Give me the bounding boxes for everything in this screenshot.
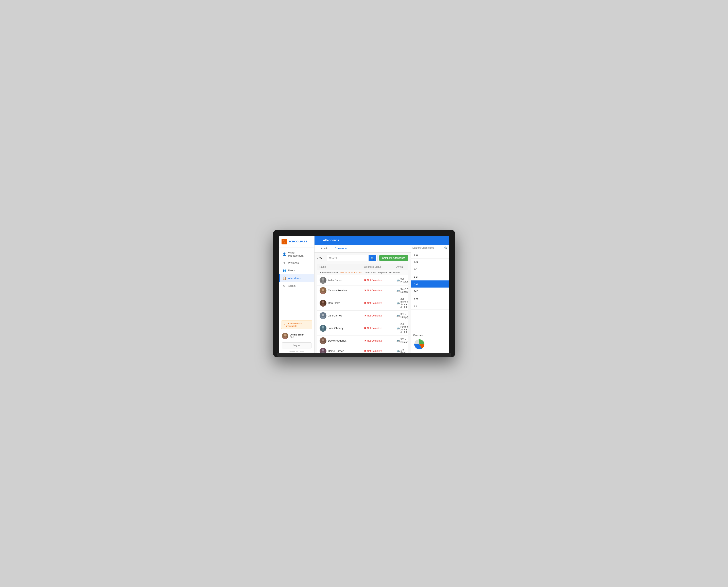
tab-classroom[interactable]: Classroom: [331, 245, 351, 252]
search-input[interactable]: [328, 255, 369, 261]
table-row: Jani Carney ✖ Not Complete 🚌 387 - Curry…: [317, 311, 408, 321]
col-name: Name: [320, 265, 364, 268]
complete-attendance-button[interactable]: Complete Attendance: [379, 255, 408, 261]
classroom-item-1d[interactable]: 1-D: [411, 259, 449, 266]
classroom-item-2b[interactable]: 2-B: [411, 273, 449, 280]
attendance-icon: 📋: [283, 276, 286, 280]
wellness-alert: ⚠ Your wellness is incomplete: [281, 321, 312, 329]
svg-point-6: [322, 301, 324, 304]
svg-point-2: [322, 278, 324, 281]
svg-point-8: [322, 314, 324, 316]
bus-icon: 🚌: [397, 302, 400, 305]
overview-title: Overview: [413, 334, 447, 337]
bus-icon: 🚌: [397, 279, 400, 282]
classroom-search-input[interactable]: [413, 246, 443, 249]
arrival-text: 235 - Blake(Late Arrival at 4:12 PM): [401, 298, 408, 309]
svg-point-12: [322, 339, 324, 341]
not-complete-icon: ✖: [364, 327, 366, 330]
user-info: Jenny Smith Staff: [290, 333, 311, 338]
svg-point-0: [284, 334, 287, 336]
svg-point-5: [321, 291, 325, 294]
wellness-cell: ✖ Not Complete: [364, 289, 397, 292]
student-name-cell: Jose Chaney: [320, 325, 364, 332]
admin-icon: ⚙: [283, 284, 286, 288]
not-complete-icon: ✖: [364, 279, 366, 282]
search-bar-row: 2-W 🔍 Complete Attendance: [317, 255, 408, 261]
content-area: Admin Classroom 2-W 🔍 Complete Attendanc…: [314, 245, 449, 353]
arrival-cell: 🚌 148 - Patel: [397, 348, 406, 353]
svg-point-7: [321, 304, 325, 307]
logo-text: SchoolPass: [288, 240, 308, 243]
center-panel: Admin Classroom 2-W 🔍 Complete Attendanc…: [314, 245, 410, 353]
arrival-text: 977/124 - Norton/Smith(Absent): [401, 288, 408, 294]
sidebar-item-users[interactable]: 👥 Users: [279, 267, 314, 274]
logout-button[interactable]: Logout: [282, 343, 311, 348]
user-role: Staff: [290, 336, 311, 338]
student-name-cell: Tamera Beasley: [320, 287, 364, 294]
table-row: Tamera Beasley ✖ Not Complete 🚌 977/124 …: [317, 285, 408, 296]
classroom-code: 2-W: [317, 256, 325, 260]
student-photo: [320, 337, 326, 344]
wellness-cell: ✖ Not Complete: [364, 349, 397, 352]
sidebar-label-attendance: Attendance: [288, 277, 302, 280]
classroom-item-2w[interactable]: 2-W: [411, 280, 449, 288]
student-photo: [320, 312, 326, 319]
search-button[interactable]: 🔍: [369, 255, 376, 261]
svg-point-9: [321, 317, 325, 319]
table-row: Asha Bates ✖ Not Complete 🚌 986 - Frazie…: [317, 275, 408, 285]
arrival-text: 387 - Curry(): [401, 313, 408, 319]
tabs-bar: Admin Classroom: [314, 245, 410, 253]
arrival-text: 986 - Frazier: [401, 277, 408, 283]
search-icon: 🔍: [444, 246, 447, 250]
visitor-icon: 👤: [283, 252, 286, 256]
bus-icon: 🚌: [397, 289, 400, 292]
classroom-item-3l[interactable]: 3-L: [411, 302, 449, 310]
sidebar-label-visitor: Visitor Management: [288, 251, 311, 257]
sidebar-label-admin: Admin: [288, 284, 296, 287]
main-content: ☰ Attendance Admin Classroom 2-W: [314, 236, 449, 353]
arrival-cell: 🚌 228 - Powers(Late Arrival at 4:12 PM): [397, 323, 408, 334]
sidebar-item-wellness[interactable]: ♥ Wellness: [279, 259, 314, 267]
student-name-cell: Ron Blake: [320, 300, 364, 307]
sidebar-item-attendance[interactable]: 📋 Attendance: [279, 274, 314, 282]
classroom-item-1j[interactable]: 1-J: [411, 266, 449, 273]
right-panel: 🔍 1-C 1-D 1-J 2-B 2-W 2-Y 3-H 3-L: [410, 245, 449, 353]
svg-point-11: [321, 329, 325, 332]
tab-admin[interactable]: Admin: [318, 245, 332, 252]
student-name: Ron Blake: [328, 302, 340, 305]
table-row: Daine Harper ✖ Not Complete 🚌 148 - Pate…: [317, 346, 408, 353]
student-name: Dayle Frederick: [328, 339, 347, 342]
warning-icon: ⚠: [283, 323, 285, 326]
classroom-item-1c[interactable]: 1-C: [411, 251, 449, 259]
classroom-item-3h[interactable]: 3-H: [411, 295, 449, 302]
arrival-cell: 🚌 235 - Blake(Late Arrival at 4:12 PM): [397, 298, 408, 309]
sidebar-item-visitor-management[interactable]: 👤 Visitor Management: [279, 249, 314, 259]
classroom-item-2y[interactable]: 2-Y: [411, 288, 449, 295]
sidebar-item-admin[interactable]: ⚙ Admin: [279, 282, 314, 290]
arrival-cell: 🚌 986 - Frazier: [397, 277, 408, 283]
not-complete-icon: ✖: [364, 289, 366, 292]
student-photo: [320, 287, 326, 294]
laptop-base: [277, 353, 451, 357]
table-row: Jose Chaney ✖ Not Complete 🚌 228 - Power…: [317, 321, 408, 336]
arrival-text: 228 - Powers(Late Arrival at 4:12 PM): [401, 323, 408, 334]
student-photo: [320, 300, 326, 307]
arrival-cell: 🚌 387 - Curry(): [397, 313, 408, 319]
sidebar-label-wellness: Wellness: [288, 261, 299, 264]
student-name-cell: Dayle Frederick: [320, 337, 364, 344]
student-photo: [320, 325, 326, 332]
student-name: Daine Harper: [328, 349, 344, 352]
not-complete-icon: ✖: [364, 349, 366, 352]
wellness-status: Not Complete: [367, 327, 382, 330]
hamburger-icon[interactable]: ☰: [318, 238, 321, 242]
sidebar: 🛡 SchoolPass 👤 Visitor Management ♥ Well…: [279, 236, 314, 353]
arrival-text: 148 - Patel: [401, 348, 406, 353]
wellness-status: Not Complete: [367, 289, 382, 292]
arrival-cell: 🚌 531 - Sanford(Absent): [397, 338, 408, 344]
svg-point-4: [322, 288, 324, 291]
wellness-status: Not Complete: [367, 350, 382, 352]
bus-icon: 🚌: [397, 327, 400, 330]
wellness-status: Not Complete: [367, 279, 382, 282]
student-name: Jose Chaney: [328, 327, 344, 330]
student-photo: [320, 277, 326, 284]
